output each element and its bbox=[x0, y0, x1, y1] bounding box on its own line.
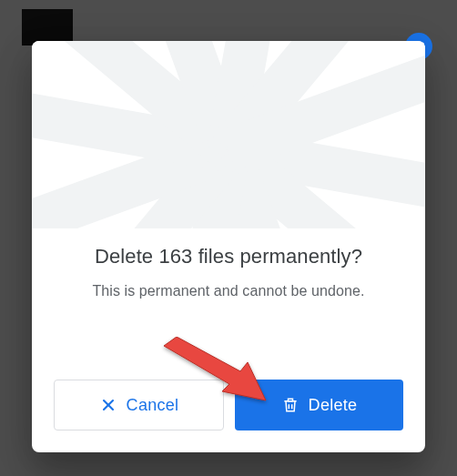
dialog-button-row: Cancel Delete bbox=[54, 358, 403, 430]
delete-button[interactable]: Delete bbox=[235, 380, 403, 430]
dialog-title: Delete 163 files permanently? bbox=[54, 245, 403, 268]
dialog-content: Delete 163 files permanently? This is pe… bbox=[32, 228, 425, 452]
trash-icon bbox=[281, 396, 300, 414]
dialog-message: This is permanent and cannot be undone. bbox=[54, 283, 403, 299]
dialog-hero-image bbox=[32, 41, 425, 228]
cancel-button-label: Cancel bbox=[127, 396, 179, 415]
cancel-button[interactable]: Cancel bbox=[54, 380, 224, 430]
starburst-decoration bbox=[32, 41, 425, 228]
delete-button-label: Delete bbox=[309, 396, 358, 415]
confirm-delete-dialog: Delete 163 files permanently? This is pe… bbox=[32, 41, 425, 452]
close-icon bbox=[99, 396, 117, 414]
